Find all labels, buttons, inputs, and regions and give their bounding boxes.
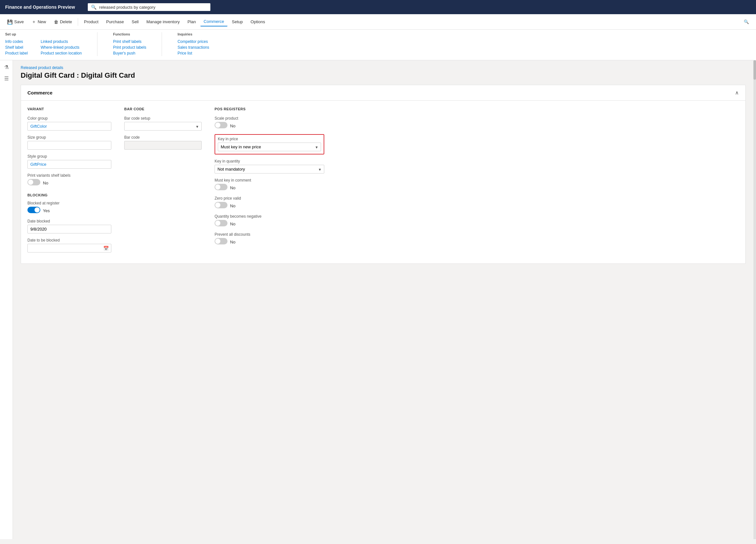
competitor-prices-link[interactable]: Competitor prices bbox=[177, 39, 209, 45]
print-shelf-labels-link[interactable]: Print shelf labels bbox=[113, 39, 146, 45]
search-icon: 🔍 bbox=[744, 19, 749, 24]
breadcrumb[interactable]: Released product details bbox=[21, 66, 746, 70]
variant-column: VARIANT Color group Size group Style gro… bbox=[27, 107, 111, 257]
search-button[interactable]: 🔍 bbox=[741, 17, 752, 26]
buyers-push-link[interactable]: Buyer's push bbox=[113, 50, 146, 56]
price-list-link[interactable]: Price list bbox=[177, 50, 209, 56]
zero-price-valid-toggle-row: No bbox=[215, 202, 324, 210]
color-group-label: Color group bbox=[27, 116, 111, 121]
pos-heading: POS REGISTERS bbox=[215, 107, 324, 111]
search-input[interactable] bbox=[99, 5, 207, 10]
dropdown-menu: Set up Info codes Shelf label Product la… bbox=[0, 30, 756, 60]
size-group-field: Size group bbox=[27, 135, 111, 150]
must-key-comment-text: No bbox=[230, 186, 236, 190]
setup-button[interactable]: Setup bbox=[229, 17, 246, 26]
barcode-setup-select-wrapper bbox=[124, 122, 202, 131]
save-button[interactable]: 💾 Save bbox=[4, 17, 27, 26]
barcode-column: BAR CODE Bar code setup Bar code bbox=[124, 107, 202, 257]
scale-product-toggle[interactable] bbox=[215, 122, 227, 128]
section-content: VARIANT Color group Size group Style gro… bbox=[21, 101, 745, 264]
scale-product-toggle-row: No bbox=[215, 122, 324, 130]
prevent-discounts-toggle[interactable] bbox=[215, 238, 227, 245]
key-in-quantity-label: Key in quantity bbox=[215, 159, 324, 164]
product-section-location-link[interactable]: Product section location bbox=[41, 50, 82, 56]
must-key-comment-label: Must key in comment bbox=[215, 178, 324, 183]
blocked-at-register-toggle-row: Yes bbox=[27, 207, 111, 215]
barcode-field: Bar code bbox=[124, 135, 202, 150]
date-blocked-input[interactable] bbox=[27, 225, 111, 234]
blocking-heading: BLOCKING bbox=[27, 193, 111, 197]
setup-heading: Set up bbox=[5, 32, 28, 36]
key-in-quantity-field: Key in quantity Not mandatory Must key i… bbox=[215, 159, 324, 174]
inquiries-heading: Inquiries bbox=[177, 32, 209, 36]
where-linked-products-link[interactable]: Where-linked products bbox=[41, 45, 82, 50]
quantity-negative-toggle[interactable] bbox=[215, 220, 227, 227]
barcode-input[interactable] bbox=[124, 141, 202, 150]
options-button[interactable]: Options bbox=[247, 17, 268, 26]
key-in-price-select-wrapper: Not mandatory Must key in new price Must… bbox=[218, 143, 321, 151]
divider-1 bbox=[97, 32, 97, 56]
divider-2 bbox=[162, 32, 162, 56]
shelf-label-link[interactable]: Shelf label bbox=[5, 45, 28, 50]
new-button[interactable]: ＋ New bbox=[28, 17, 49, 27]
commerce-section: Commerce ∧ VARIANT Color group Size grou… bbox=[21, 85, 746, 264]
must-key-comment-field: Must key in comment No bbox=[215, 178, 324, 192]
key-in-price-select[interactable]: Not mandatory Must key in new price Must… bbox=[218, 143, 321, 151]
plan-button[interactable]: Plan bbox=[184, 17, 199, 26]
date-blocked-label: Date blocked bbox=[27, 219, 111, 224]
blocked-at-register-toggle[interactable] bbox=[27, 207, 40, 213]
section-title: Commerce bbox=[27, 90, 53, 96]
product-button[interactable]: Product bbox=[81, 17, 102, 26]
print-variants-toggle[interactable] bbox=[27, 179, 40, 186]
form-columns: VARIANT Color group Size group Style gro… bbox=[27, 107, 739, 257]
top-bar: Finance and Operations Preview 🔍 bbox=[0, 0, 756, 14]
app-title: Finance and Operations Preview bbox=[5, 5, 75, 10]
menu-icon[interactable]: ☰ bbox=[4, 76, 9, 82]
color-group-input[interactable] bbox=[27, 122, 111, 131]
functions-section: Functions Print shelf labels Print produ… bbox=[113, 32, 146, 56]
scrollbar-thumb[interactable] bbox=[753, 60, 756, 80]
must-key-comment-toggle[interactable] bbox=[215, 184, 227, 190]
zero-price-valid-label: Zero price valid bbox=[215, 196, 324, 201]
save-icon: 💾 bbox=[7, 19, 13, 25]
commerce-button[interactable]: Commerce bbox=[200, 17, 227, 26]
date-to-be-blocked-wrapper: 📅 bbox=[27, 244, 111, 253]
purchase-button[interactable]: Purchase bbox=[103, 17, 127, 26]
size-group-input[interactable] bbox=[27, 141, 111, 150]
search-icon: 🔍 bbox=[91, 5, 96, 10]
zero-price-valid-toggle[interactable] bbox=[215, 202, 227, 208]
collapse-icon[interactable]: ∧ bbox=[735, 90, 739, 96]
global-search[interactable]: 🔍 bbox=[88, 3, 210, 11]
print-variants-text: No bbox=[43, 181, 48, 186]
plus-icon: ＋ bbox=[32, 19, 36, 25]
print-product-labels-link[interactable]: Print product labels bbox=[113, 45, 146, 50]
barcode-setup-label: Bar code setup bbox=[124, 116, 202, 121]
blocked-at-register-text: Yes bbox=[43, 208, 50, 213]
print-variants-label: Print variants shelf labels bbox=[27, 173, 111, 178]
scale-product-text: No bbox=[230, 124, 236, 128]
linked-products-link[interactable]: Linked products bbox=[41, 39, 82, 45]
delete-button[interactable]: 🗑 Delete bbox=[51, 17, 76, 26]
prevent-discounts-label: Prevent all discounts bbox=[215, 232, 324, 237]
filter-icon[interactable]: ⚗ bbox=[4, 64, 9, 70]
product-label-link[interactable]: Product label bbox=[5, 50, 28, 56]
blocking-section: BLOCKING Blocked at register Yes bbox=[27, 193, 111, 253]
date-to-be-blocked-input[interactable] bbox=[27, 244, 111, 253]
sell-button[interactable]: Sell bbox=[128, 17, 142, 26]
calendar-icon[interactable]: 📅 bbox=[103, 246, 109, 251]
info-codes-link[interactable]: Info codes bbox=[5, 39, 28, 45]
style-group-input[interactable] bbox=[27, 160, 111, 169]
size-group-label: Size group bbox=[27, 135, 111, 140]
prevent-discounts-text: No bbox=[230, 240, 236, 245]
sales-transactions-link[interactable]: Sales transactions bbox=[177, 45, 209, 50]
manage-inventory-button[interactable]: Manage inventory bbox=[143, 17, 183, 26]
linked-section: Linked products Where-linked products Pr… bbox=[41, 32, 82, 56]
key-in-quantity-select[interactable]: Not mandatory Must key in quantity bbox=[215, 165, 324, 174]
barcode-setup-select[interactable] bbox=[124, 122, 202, 131]
date-blocked-field: Date blocked bbox=[27, 219, 111, 234]
key-in-price-label: Key in price bbox=[218, 137, 321, 141]
scrollbar[interactable] bbox=[753, 60, 756, 539]
separator bbox=[78, 18, 78, 26]
zero-price-valid-text: No bbox=[230, 204, 236, 208]
color-group-field: Color group bbox=[27, 116, 111, 131]
